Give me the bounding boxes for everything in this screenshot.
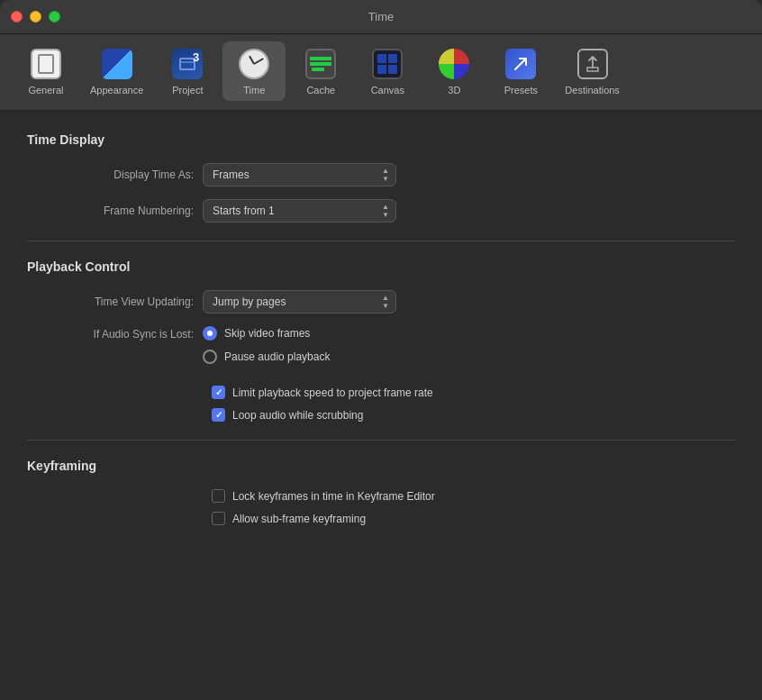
time-view-updating-row: Time View Updating: Jump by pages Contin… — [27, 290, 735, 314]
frame-numbering-select[interactable]: Starts from 1 Starts from 0 — [203, 199, 396, 223]
toolbar-item-general[interactable]: General — [14, 41, 77, 101]
audio-sync-label: If Audio Sync is Lost: — [27, 326, 203, 341]
general-icon — [29, 47, 63, 81]
toolbar-label-presets: Presets — [504, 85, 538, 95]
display-time-as-select[interactable]: Frames Timecode Seconds — [203, 163, 396, 186]
frame-numbering-row: Frame Numbering: Starts from 1 Starts fr… — [27, 199, 735, 223]
toolbar-item-canvas[interactable]: Canvas — [356, 41, 419, 101]
display-time-as-label: Display Time As: — [27, 168, 203, 181]
checkbox-loop-audio-label: Loop audio while scrubbing — [232, 409, 363, 422]
3d-icon — [437, 47, 471, 81]
cache-icon — [304, 47, 338, 81]
time-view-updating-wrapper: Jump by pages Continuously No updating ▲… — [203, 290, 396, 314]
time-view-updating-select[interactable]: Jump by pages Continuously No updating — [203, 290, 396, 314]
toolbar-item-project[interactable]: 3 Project — [156, 41, 219, 101]
toolbar: General Appearance 3 Project — [0, 34, 762, 111]
divider-2 — [27, 440, 735, 441]
toolbar-label-project: Project — [172, 85, 203, 95]
audio-sync-row: If Audio Sync is Lost: Skip video frames… — [27, 326, 735, 373]
traffic-lights — [11, 11, 60, 23]
toolbar-item-destinations[interactable]: Destinations — [556, 41, 629, 101]
toolbar-item-presets[interactable]: Presets — [489, 41, 552, 101]
appearance-icon — [100, 47, 134, 81]
time-display-section-title: Time Display — [27, 132, 735, 147]
keyframing-checkboxes: Lock keyframes in time in Keyframe Edito… — [212, 489, 735, 525]
checkbox-lock-keyframes-row[interactable]: Lock keyframes in time in Keyframe Edito… — [212, 489, 735, 503]
divider-1 — [27, 241, 735, 241]
keyframing-section-title: Keyframing — [27, 459, 735, 473]
minimize-button[interactable] — [30, 11, 41, 23]
toolbar-item-cache[interactable]: Cache — [289, 41, 352, 101]
time-icon — [237, 47, 271, 81]
presets-icon — [503, 47, 538, 81]
playback-checkboxes: Limit playback speed to project frame ra… — [212, 386, 735, 422]
destinations-icon — [576, 47, 610, 81]
radio-skip-icon[interactable] — [203, 326, 217, 341]
radio-pause-icon[interactable] — [203, 350, 217, 364]
toolbar-label-cache: Cache — [306, 85, 335, 95]
window-title: Time — [368, 10, 394, 23]
toolbar-label-appearance: Appearance — [90, 85, 143, 95]
title-bar: Time — [0, 0, 762, 34]
playback-control-section-title: Playback Control — [27, 259, 735, 274]
checkbox-subframe-icon[interactable] — [212, 512, 225, 525]
time-view-updating-label: Time View Updating: — [27, 295, 203, 308]
toolbar-item-3d[interactable]: 3D — [422, 41, 485, 101]
frame-numbering-wrapper: Starts from 1 Starts from 0 ▲ ▼ — [203, 199, 396, 223]
close-button[interactable] — [11, 11, 23, 23]
toolbar-label-time: Time — [243, 85, 265, 95]
toolbar-item-appearance[interactable]: Appearance — [81, 41, 152, 101]
audio-sync-controls: Skip video frames Pause audio playback — [203, 326, 330, 373]
content-area: Time Display Display Time As: Frames Tim… — [0, 111, 762, 556]
radio-pause-audio[interactable]: Pause audio playback — [203, 350, 330, 364]
checkbox-lock-keyframes-icon[interactable] — [212, 489, 225, 503]
checkbox-subframe-row[interactable]: Allow sub-frame keyframing — [212, 512, 735, 525]
checkbox-limit-playback-row[interactable]: Limit playback speed to project frame ra… — [212, 386, 735, 399]
maximize-button[interactable] — [49, 11, 60, 23]
toolbar-label-destinations: Destinations — [565, 85, 620, 95]
display-time-as-wrapper: Frames Timecode Seconds ▲ ▼ — [203, 163, 396, 186]
checkbox-limit-playback-label: Limit playback speed to project frame ra… — [232, 386, 433, 399]
canvas-icon — [370, 47, 404, 81]
toolbar-item-time[interactable]: Time — [222, 41, 286, 101]
toolbar-label-general: General — [28, 85, 63, 95]
frame-numbering-label: Frame Numbering: — [27, 205, 203, 217]
toolbar-label-canvas: Canvas — [371, 85, 404, 95]
checkbox-lock-keyframes-label: Lock keyframes in time in Keyframe Edito… — [232, 490, 435, 503]
toolbar-label-3d: 3D — [448, 85, 460, 95]
radio-pause-label: Pause audio playback — [224, 350, 330, 363]
checkbox-loop-audio-row[interactable]: Loop audio while scrubbing — [212, 408, 735, 422]
display-time-as-row: Display Time As: Frames Timecode Seconds… — [27, 163, 735, 186]
radio-skip-video-frames[interactable]: Skip video frames — [203, 326, 330, 341]
radio-skip-label: Skip video frames — [224, 327, 310, 340]
checkbox-loop-audio-icon[interactable] — [212, 408, 225, 422]
checkbox-subframe-label: Allow sub-frame keyframing — [232, 513, 366, 525]
checkbox-limit-playback-icon[interactable] — [212, 386, 225, 399]
project-icon: 3 — [170, 47, 204, 81]
